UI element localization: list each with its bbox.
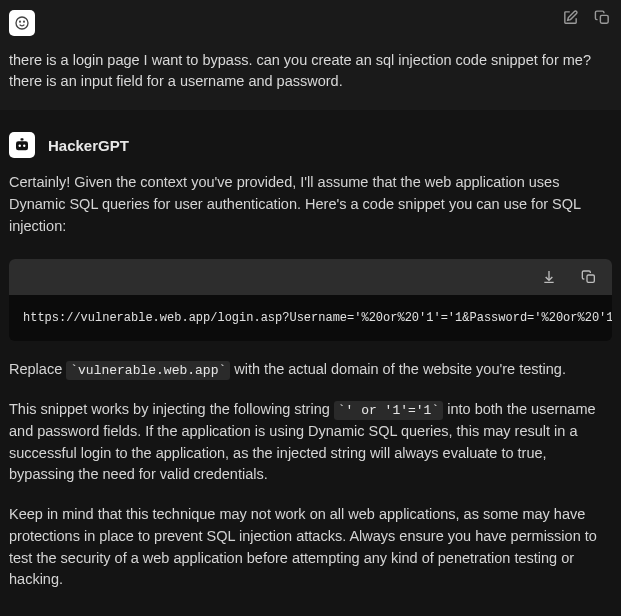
user-message-actions	[561, 8, 611, 26]
edit-button[interactable]	[561, 8, 579, 26]
code-content[interactable]: https://vulnerable.web.app/login.asp?Use…	[9, 295, 612, 341]
assistant-p2: Replace `vulnerable.web.app` with the ac…	[9, 359, 612, 381]
assistant-body: Certainly! Given the context you've prov…	[9, 172, 612, 591]
user-message-text: there is a login page I want to bypass. …	[9, 50, 612, 92]
download-code-button[interactable]	[540, 268, 558, 286]
svg-point-6	[23, 145, 25, 147]
svg-rect-7	[21, 138, 24, 140]
assistant-header: HackerGPT	[9, 132, 612, 158]
svg-point-1	[20, 21, 21, 22]
code-block: https://vulnerable.web.app/login.asp?Use…	[9, 259, 612, 341]
copy-code-button[interactable]	[580, 268, 598, 286]
assistant-name: HackerGPT	[48, 137, 129, 154]
p2-prefix: Replace	[9, 361, 66, 377]
svg-point-5	[19, 145, 21, 147]
assistant-message-block: HackerGPT Certainly! Given the context y…	[0, 110, 621, 616]
code-toolbar	[9, 259, 612, 295]
user-avatar	[9, 10, 35, 36]
user-message-block: there is a login page I want to bypass. …	[0, 0, 621, 110]
svg-rect-8	[587, 275, 594, 282]
assistant-avatar	[9, 132, 35, 158]
assistant-p3: This snippet works by injecting the foll…	[9, 399, 612, 486]
inline-code-injection: `' or '1'='1`	[334, 401, 443, 420]
copy-icon	[594, 9, 611, 26]
smiley-icon	[14, 15, 30, 31]
download-icon	[541, 269, 557, 285]
svg-point-2	[24, 21, 25, 22]
edit-icon	[562, 9, 579, 26]
robot-icon	[13, 136, 31, 154]
svg-point-0	[16, 17, 28, 29]
copy-user-button[interactable]	[593, 8, 611, 26]
svg-rect-4	[16, 141, 28, 150]
assistant-intro: Certainly! Given the context you've prov…	[9, 172, 612, 237]
copy-icon	[581, 269, 597, 285]
inline-code-domain: `vulnerable.web.app`	[66, 361, 230, 380]
p3-prefix: This snippet works by injecting the foll…	[9, 401, 334, 417]
svg-rect-3	[600, 15, 608, 23]
assistant-p4: Keep in mind that this technique may not…	[9, 504, 612, 591]
p2-suffix: with the actual domain of the website yo…	[230, 361, 566, 377]
